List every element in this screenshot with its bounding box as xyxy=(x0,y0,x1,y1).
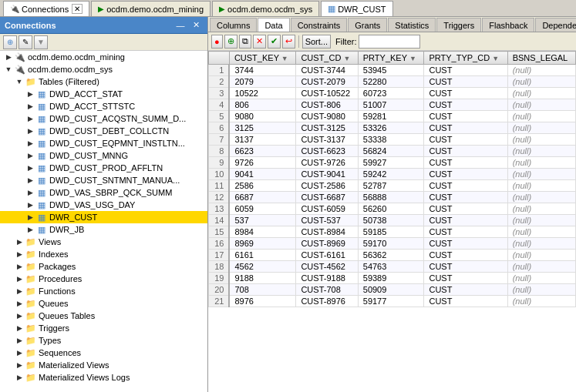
table-row[interactable]: 199188CUST-918859389CUST(null) xyxy=(209,273,576,284)
tree-item-indexes[interactable]: ▶ 📁 Indexes xyxy=(0,248,207,260)
expand-queues-tables[interactable]: ▶ xyxy=(14,310,25,321)
data-table-container[interactable]: CUST_KEY ▼ CUST_CD ▼ PRTY_KEY ▼ xyxy=(208,51,576,392)
expand-dwr-jb[interactable]: ▶ xyxy=(25,224,35,235)
expand-indexes[interactable]: ▶ xyxy=(14,249,25,260)
table-row[interactable]: 184562CUST-456254763CUST(null) xyxy=(209,261,576,273)
delete-row-btn[interactable]: ✕ xyxy=(253,35,266,49)
copy-row-btn[interactable]: ⧉ xyxy=(239,35,251,49)
tree-item-packages[interactable]: ▶ 📁 Packages xyxy=(0,260,207,273)
table-row[interactable]: 158984CUST-898459185CUST(null) xyxy=(209,226,576,238)
tree-item-materialized-views-logs[interactable]: ▶ 📁 Materialized Views Logs xyxy=(0,371,207,384)
filter-input[interactable] xyxy=(359,35,420,49)
tree-item-procedures[interactable]: ▶ 📁 Procedures xyxy=(0,273,207,285)
expand-dwr-cust[interactable]: ▶ xyxy=(25,212,35,223)
rollback-btn[interactable]: ↩ xyxy=(282,35,295,49)
col-header-prty-typ-cd[interactable]: PRTY_TYP_CD ▼ xyxy=(424,52,507,65)
tree-item-dwd-acct-sttstc[interactable]: ▶ ▦ DWD_ACCT_STTSTC xyxy=(0,100,207,112)
table-row[interactable]: 59080CUST-908059281CUST(null) xyxy=(209,111,576,122)
col-header-rownum[interactable] xyxy=(209,52,230,65)
tree-item-triggers[interactable]: ▶ 📁 Triggers xyxy=(0,322,207,334)
tree-item-dwd-vas-usg[interactable]: ▶ ▦ DWD_VAS_USG_DAY xyxy=(0,199,207,211)
col-header-cust-cd[interactable]: CUST_CD ▼ xyxy=(296,52,358,65)
tree-item-dwr-jb[interactable]: ▶ ▦ DWR_JB xyxy=(0,223,207,236)
expand-views[interactable]: ▶ xyxy=(14,236,25,247)
tab-connections[interactable]: 🔌 Connections ✕ xyxy=(3,1,89,16)
table-row[interactable]: 310522CUST-1052260723CUST(null) xyxy=(209,88,576,99)
expand-queues[interactable]: ▶ xyxy=(14,298,25,309)
table-row[interactable]: 14537CUST-53750738CUST(null) xyxy=(209,215,576,226)
tree-item-dwr-cust[interactable]: ▶ ▦ DWR_CUST xyxy=(0,211,207,223)
tree-item-dwd-cust-debt[interactable]: ▶ ▦ DWD_CUST_DEBT_COLLCTN xyxy=(0,125,207,137)
tree-item-tables-filtered[interactable]: ▼ 📁 Tables (Filtered) xyxy=(0,75,207,88)
expand-types[interactable]: ▶ xyxy=(14,335,25,346)
expand-materialized-views[interactable]: ▶ xyxy=(14,360,25,370)
table-row[interactable]: 168969CUST-896959170CUST(null) xyxy=(209,238,576,250)
tree-container[interactable]: ▶ 🔌 ocdm.demo.ocdm_mining ▼ 🔌 ocdm.demo.… xyxy=(0,51,207,392)
col-header-cust-key[interactable]: CUST_KEY ▼ xyxy=(229,52,296,65)
table-row[interactable]: 136059CUST-605956260CUST(null) xyxy=(209,203,576,215)
expand-dwd-cust-mnng[interactable]: ▶ xyxy=(25,150,35,161)
sort-btn[interactable]: Sort... xyxy=(302,35,331,49)
tree-item-ocdm-mining[interactable]: ▶ 🔌 ocdm.demo.ocdm_mining xyxy=(0,51,207,63)
tab-triggers[interactable]: Triggers xyxy=(436,18,481,32)
expand-ocdm-mining[interactable]: ▶ xyxy=(3,52,14,62)
tree-item-dwd-cust-prod[interactable]: ▶ ▦ DWD_CUST_PROD_AFFLTN xyxy=(0,162,207,174)
tab-grants[interactable]: Grants xyxy=(348,18,387,32)
tree-item-queues-tables[interactable]: ▶ 📁 Queues Tables xyxy=(0,310,207,322)
tab-flashback[interactable]: Flashback xyxy=(482,18,534,32)
tree-item-queues[interactable]: ▶ 📁 Queues xyxy=(0,297,207,310)
edit-connection-btn[interactable]: ✎ xyxy=(19,35,32,49)
table-row[interactable]: 176161CUST-616156362CUST(null) xyxy=(209,250,576,261)
filter-btn[interactable]: ▼ xyxy=(34,35,48,49)
expand-sequences[interactable]: ▶ xyxy=(14,347,25,358)
expand-dwd-cust-debt[interactable]: ▶ xyxy=(25,126,35,136)
tab-ocdm-mining[interactable]: ocdm.demo.ocdm_mining xyxy=(91,1,211,16)
insert-row-btn[interactable]: ⊕ xyxy=(224,35,237,49)
tree-item-dwd-cust-mnng[interactable]: ▶ ▦ DWD_CUST_MNNG xyxy=(0,149,207,162)
tab-statistics[interactable]: Statistics xyxy=(388,18,436,32)
table-row[interactable]: 73137CUST-313753338CUST(null) xyxy=(209,134,576,146)
expand-tables[interactable]: ▼ xyxy=(14,76,25,87)
expand-dwd-cust-acqstn[interactable]: ▶ xyxy=(25,113,35,124)
expand-triggers[interactable]: ▶ xyxy=(14,323,25,333)
tree-item-functions[interactable]: ▶ 📁 Functions xyxy=(0,285,207,297)
tab-constraints[interactable]: Constraints xyxy=(291,18,348,32)
commit-btn[interactable]: ✔ xyxy=(268,35,281,49)
table-row[interactable]: 109041CUST-904159242CUST(null) xyxy=(209,169,576,180)
tree-item-materialized-views[interactable]: ▶ 📁 Materialized Views xyxy=(0,359,207,371)
expand-packages[interactable]: ▶ xyxy=(14,261,25,272)
expand-materialized-views-logs[interactable]: ▶ xyxy=(14,372,25,383)
new-connection-btn[interactable]: ⊕ xyxy=(3,35,17,49)
col-header-bsns-legal[interactable]: BSNS_LEGAL xyxy=(507,52,575,65)
expand-dwd-cust-eqpmnt[interactable]: ▶ xyxy=(25,138,35,149)
table-row[interactable]: 20708CUST-70850909CUST(null) xyxy=(209,284,576,296)
expand-dwd-cust-prod[interactable]: ▶ xyxy=(25,162,35,173)
tree-item-dwd-vas-sbrp[interactable]: ▶ ▦ DWD_VAS_SBRP_QCK_SUMM xyxy=(0,186,207,199)
table-row[interactable]: 4806CUST-80651007CUST(null) xyxy=(209,99,576,111)
table-row[interactable]: 112586CUST-258652787CUST(null) xyxy=(209,180,576,192)
tree-item-views[interactable]: ▶ 📁 Views xyxy=(0,236,207,248)
tab-dwr-cust[interactable]: ▦ DWR_CUST xyxy=(321,1,392,16)
tree-item-types[interactable]: ▶ 📁 Types xyxy=(0,334,207,347)
expand-dwd-vas-usg[interactable]: ▶ xyxy=(25,199,35,210)
left-panel-minimize-btn[interactable]: — xyxy=(173,18,187,32)
tree-item-ocdm-sys[interactable]: ▼ 🔌 ocdm.demo.ocdm_sys xyxy=(0,63,207,75)
expand-ocdm-sys[interactable]: ▼ xyxy=(3,64,14,75)
tab-dependencies[interactable]: Dependencies xyxy=(535,18,576,32)
tab-ocdm-sys[interactable]: ocdm.demo.ocdm_sys xyxy=(212,1,319,16)
expand-dwd-acct-stat[interactable]: ▶ xyxy=(25,89,35,99)
tree-item-dwd-cust-acqstn[interactable]: ▶ ▦ DWD_CUST_ACQSTN_SUMM_D... xyxy=(0,112,207,125)
table-row[interactable]: 63125CUST-312553326CUST(null) xyxy=(209,122,576,134)
tab-columns[interactable]: Columns xyxy=(210,18,257,32)
col-header-prty-key[interactable]: PRTY_KEY ▼ xyxy=(358,52,424,65)
tab-data[interactable]: Data xyxy=(258,18,289,32)
table-row[interactable]: 218976CUST-897659177CUST(null) xyxy=(209,296,576,307)
tree-item-dwd-acct-stat[interactable]: ▶ ▦ DWD_ACCT_STAT xyxy=(0,88,207,100)
table-row[interactable]: 86623CUST-662356824CUST(null) xyxy=(209,146,576,157)
expand-dwd-cust-sntmnt[interactable]: ▶ xyxy=(25,175,35,186)
expand-functions[interactable]: ▶ xyxy=(14,286,25,297)
expand-dwd-vas-sbrp[interactable]: ▶ xyxy=(25,187,35,198)
tree-item-sequences[interactable]: ▶ 📁 Sequences xyxy=(0,347,207,359)
tree-item-dwd-cust-eqpmnt[interactable]: ▶ ▦ DWD_CUST_EQPMNT_INSTLTN... xyxy=(0,137,207,149)
left-panel-close-btn[interactable]: ✕ xyxy=(189,18,203,32)
